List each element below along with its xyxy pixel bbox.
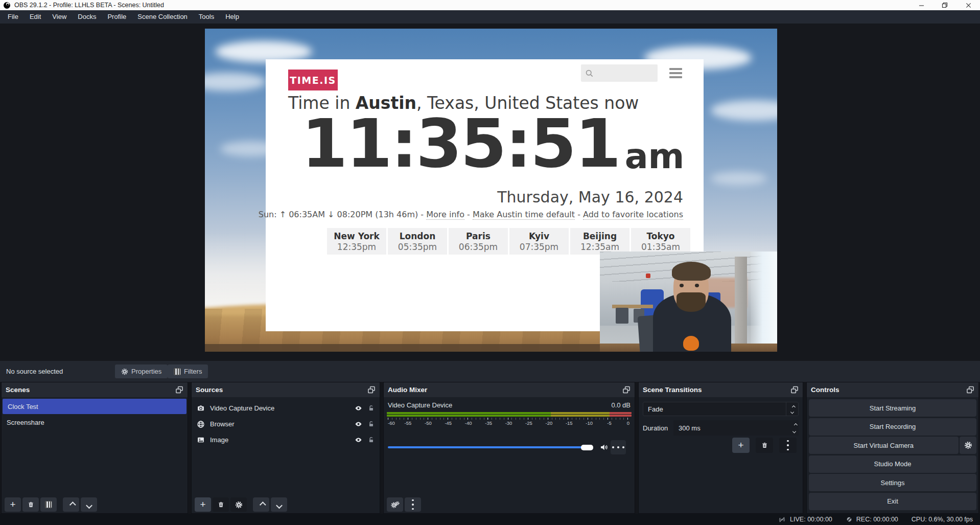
speaker-icon[interactable] [599,443,609,452]
scene-transitions-panel: Scene Transitions Fade Duration 300 ms [638,382,803,514]
lock-button[interactable] [368,420,375,428]
filters-icon [45,501,52,508]
volume-slider-handle[interactable] [581,445,593,450]
record-inactive-icon [846,516,853,523]
timeis-logo: TIME.IS [288,70,338,90]
city-time: 06:35pm [449,242,508,252]
move-scene-down-button[interactable] [81,497,97,512]
start-recording-button[interactable]: Start Recording [809,418,976,436]
scene-preview[interactable]: TIME.IS Time in Austin, Texas, United St… [205,29,777,352]
hoodie-logo [683,336,699,351]
plus-icon [200,499,205,510]
mixer-db-value[interactable]: 0.0 dB [611,401,631,409]
transition-selected-value: Fade [643,405,786,413]
office-window [751,252,777,352]
advanced-audio-button[interactable] [387,497,403,512]
spinner-down-button[interactable] [792,429,796,433]
menu-tools[interactable]: Tools [193,10,220,24]
menu-profile[interactable]: Profile [102,10,132,24]
remove-transition-button[interactable] [756,438,773,453]
maximize-button[interactable] [933,0,956,10]
filters-icon [174,368,181,375]
menu-file[interactable]: File [2,10,24,24]
start-virtual-camera-button[interactable]: Start Virtual Camera [809,437,959,454]
spinner-up-button[interactable] [794,423,798,427]
minimize-button[interactable] [909,0,933,10]
sun-info-line: Sun: ↑ 06:35AM ↓ 08:20PM (13h 46m) - Mor… [259,210,683,219]
properties-label: Properties [131,368,161,375]
lock-button[interactable] [368,436,375,444]
mixer-channel-name: Video Capture Device [388,401,452,409]
city-time: 01:35am [631,242,690,252]
double-gear-icon [391,501,400,509]
menu-docks[interactable]: Docks [72,10,102,24]
visibility-eye-button[interactable] [354,436,363,444]
move-source-down-button[interactable] [271,497,287,512]
settings-button[interactable]: Settings [809,474,976,491]
volume-slider[interactable] [388,446,592,448]
source-label: Video Capture Device [210,404,349,412]
studio-mode-button[interactable]: Studio Mode [809,455,976,473]
scenes-panel: Scenes Clock Test Screenshare [1,382,188,514]
city-time: 07:35pm [509,242,569,252]
popout-dock-icon[interactable] [790,386,799,394]
scene-item-clock-test[interactable]: Clock Test [3,399,186,414]
transition-dropdown[interactable]: Fade [643,402,799,416]
popout-dock-icon[interactable] [175,386,183,394]
filters-button[interactable]: Filters [168,364,208,378]
audio-mixer-panel: Audio Mixer Video Capture Device 0.0 dB … [383,382,635,514]
popout-dock-icon[interactable] [622,386,631,394]
source-item-browser[interactable]: Browser [192,416,380,432]
popout-dock-icon[interactable] [367,386,376,394]
remove-scene-button[interactable] [22,497,39,512]
remove-source-button[interactable] [213,497,229,512]
menu-edit[interactable]: Edit [24,10,46,24]
menu-help[interactable]: Help [220,10,245,24]
chevron-up-icon [69,501,76,508]
popout-dock-icon[interactable] [966,386,974,394]
add-source-button[interactable] [195,497,211,512]
exit-button[interactable]: Exit [809,493,976,510]
duration-spinner[interactable]: 300 ms [673,420,799,436]
controls-title: Controls [811,386,839,394]
person-eye [680,284,684,287]
source-properties-button[interactable] [230,497,247,512]
source-label: Browser [210,420,349,428]
source-item-image[interactable]: Image [192,432,380,448]
search-input [581,64,658,82]
plus-icon [10,499,15,510]
virtual-camera-settings-button[interactable] [960,437,976,454]
transition-properties-button[interactable] [779,438,797,453]
titlebar: OBS 29.1.2 - Profile: LLHLS BETA - Scene… [0,0,980,10]
scenes-title: Scenes [6,386,30,394]
visibility-eye-button[interactable] [354,404,363,412]
separator: - [575,210,583,219]
gear-icon [235,501,243,509]
search-icon [585,69,594,78]
chevron-down-icon [86,502,92,509]
mixer-menu-button[interactable] [405,497,421,512]
properties-button[interactable]: Properties [115,364,168,378]
move-scene-up-button[interactable] [63,497,79,512]
lock-button[interactable] [368,404,375,412]
visibility-eye-button[interactable] [354,420,363,428]
close-button[interactable] [956,0,980,10]
menu-scene-collection[interactable]: Scene Collection [132,10,193,24]
sun-times: Sun: ↑ 06:35AM ↓ 08:20PM (13h 46m) [259,210,418,219]
scene-label: Screenshare [7,419,44,426]
scene-label: Clock Test [8,403,38,410]
scene-item-screenshare[interactable]: Screenshare [2,415,188,430]
menu-view[interactable]: View [46,10,72,24]
sources-title: Sources [196,386,223,394]
add-transition-button[interactable] [732,438,750,453]
menubar: File Edit View Docks Profile Scene Colle… [0,10,980,24]
start-streaming-button[interactable]: Start Streaming [809,399,976,417]
person-hair [672,262,711,281]
mixer-channel-menu-button[interactable] [611,440,626,454]
move-source-up-button[interactable] [253,497,269,512]
source-item-video-capture[interactable]: Video Capture Device [192,400,380,416]
add-scene-button[interactable] [5,497,21,512]
city-card: London 05:35pm [388,228,447,255]
sources-panel: Sources Video Capture Device [191,382,380,514]
scene-filters-button[interactable] [40,497,57,512]
